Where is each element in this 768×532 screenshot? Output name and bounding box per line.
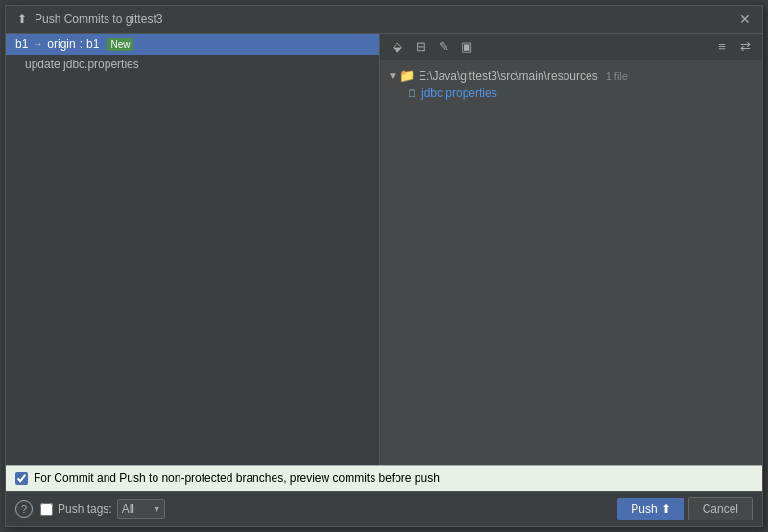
branch-separator: :: [80, 37, 83, 51]
title-bar: ⬆ Push Commits to gittest3 ✕: [6, 6, 762, 34]
push-tags-checkbox[interactable]: [40, 503, 53, 516]
push-tags-section: Push tags: All ▼: [40, 499, 165, 519]
tree-folder: ▼ 📁 E:\Java\gittest3\src\main\resources …: [384, 66, 758, 85]
file-name: jdbc.properties: [421, 86, 497, 100]
folder-path: E:\Java\gittest3\src\main\resources: [419, 69, 598, 83]
tree-area: ▼ 📁 E:\Java\gittest3\src\main\resources …: [380, 60, 762, 465]
push-tags-select[interactable]: All: [117, 499, 165, 519]
branch-header: b1 → origin : b1 New: [15, 37, 370, 51]
remote-name[interactable]: origin: [47, 37, 75, 51]
bottom-left: ? Push tags: All ▼: [15, 499, 165, 519]
sort-button[interactable]: ≡: [712, 37, 732, 57]
push-tags-label: Push tags:: [58, 502, 112, 516]
notice-text: For Commit and Push to non-protected bra…: [34, 472, 440, 485]
file-icon: 🗒: [407, 87, 418, 99]
dialog-title: Push Commits to gittest3: [35, 12, 162, 26]
cancel-button[interactable]: Cancel: [688, 497, 753, 520]
tree-view-button[interactable]: ⊟: [411, 37, 430, 57]
help-label: ?: [21, 503, 27, 515]
left-panel: b1 → origin : b1 New update jdbc.propert…: [6, 34, 380, 465]
chevron-icon: ▼: [388, 70, 397, 81]
bottom-bar: ? Push tags: All ▼ Push ⬆ Cancel: [6, 491, 762, 526]
main-content: b1 → origin : b1 New update jdbc.propert…: [6, 34, 762, 465]
push-icon: ⬆: [661, 502, 671, 516]
branch-item[interactable]: b1 → origin : b1 New: [6, 34, 379, 55]
close-button[interactable]: ✕: [737, 12, 753, 27]
push-tags-select-wrapper: All ▼: [117, 499, 165, 519]
pin-button[interactable]: ⬙: [388, 37, 407, 57]
dialog-icon: ⬆: [15, 12, 29, 26]
commit-item[interactable]: update jdbc.properties: [6, 55, 379, 74]
new-badge: New: [107, 38, 133, 51]
toolbar-left: ⬙ ⊟ ✎ ▣: [388, 37, 476, 57]
tree-file[interactable]: 🗒 jdbc.properties: [384, 85, 758, 102]
commit-message: update jdbc.properties: [25, 58, 139, 71]
branch-to[interactable]: b1: [86, 37, 99, 51]
push-button[interactable]: Push ⬆: [617, 498, 684, 520]
right-panel: ⬙ ⊟ ✎ ▣ ≡ ⇄ ▼ 📁 E:\Java\gittest3\src\mai…: [380, 34, 762, 465]
diff-button[interactable]: ▣: [457, 37, 476, 57]
push-label: Push: [631, 502, 657, 516]
file-count: 1 file: [606, 70, 628, 82]
edit-button[interactable]: ✎: [434, 37, 453, 57]
push-dialog: ⬆ Push Commits to gittest3 ✕ b1 → origin…: [5, 5, 763, 527]
notice-bar: For Commit and Push to non-protected bra…: [6, 465, 762, 491]
notice-checkbox[interactable]: [15, 472, 28, 485]
right-toolbar: ⬙ ⊟ ✎ ▣ ≡ ⇄: [380, 34, 762, 60]
branch-from: b1: [15, 37, 28, 51]
help-button[interactable]: ?: [15, 500, 33, 518]
cancel-label: Cancel: [703, 502, 738, 516]
branch-arrow: →: [32, 37, 43, 51]
toolbar-right: ≡ ⇄: [712, 37, 755, 57]
collapse-button[interactable]: ⇄: [735, 37, 755, 57]
folder-icon: 📁: [399, 68, 415, 83]
bottom-right: Push ⬆ Cancel: [617, 497, 753, 520]
